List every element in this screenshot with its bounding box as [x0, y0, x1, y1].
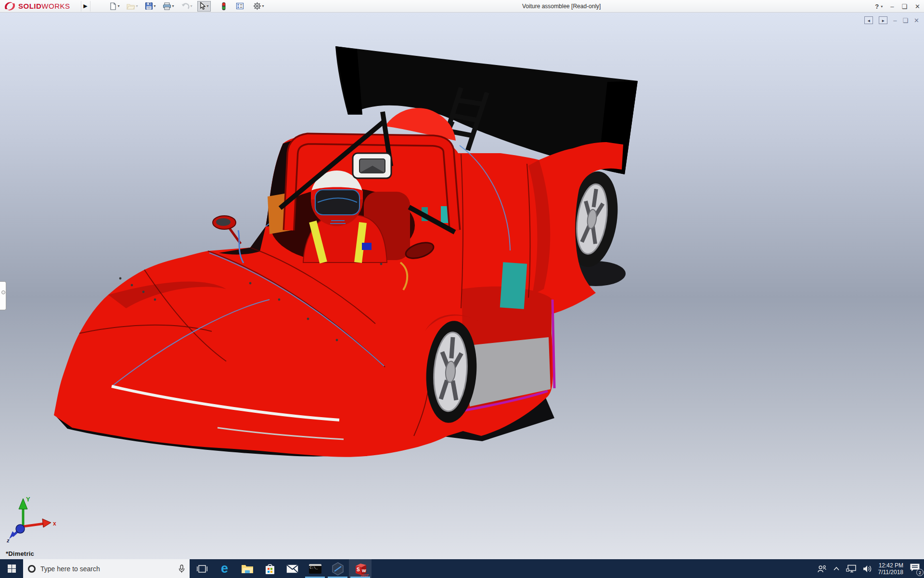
x-axis-label: x: [53, 520, 56, 527]
doc-restore-button[interactable]: ❏: [902, 17, 908, 24]
save-button[interactable]: ▾: [143, 1, 158, 12]
intake-box[interactable]: [353, 153, 391, 178]
y-axis-label: Y: [26, 496, 30, 503]
z-axis-label: z: [6, 538, 10, 543]
task-view-button[interactable]: [191, 559, 213, 578]
doc-close-button[interactable]: ✕: [914, 17, 919, 24]
graphics-area[interactable]: ◂ ▸ – ❏ ✕ Y x z *Dimetric: [0, 13, 924, 559]
minimize-button[interactable]: –: [890, 3, 894, 10]
action-center-button[interactable]: 2: [910, 563, 920, 574]
document-window-controls: ◂ ▸ – ❏ ✕: [864, 16, 919, 24]
start-button[interactable]: [0, 559, 23, 578]
task-view-icon: [197, 565, 207, 573]
save-floppy-icon: [145, 2, 153, 10]
edge-button[interactable]: e: [213, 559, 236, 578]
restore-button[interactable]: ❏: [901, 3, 907, 10]
doc-minimize-button[interactable]: –: [893, 17, 897, 24]
print-button[interactable]: ▾: [161, 1, 176, 12]
new-caret-icon[interactable]: ▾: [118, 4, 120, 8]
new-document-icon: [109, 2, 117, 10]
brand-text-solid: SOLID: [18, 2, 41, 10]
print-icon: [163, 2, 171, 10]
hexagon-app-icon: [332, 562, 344, 576]
store-icon: [265, 563, 275, 575]
mail-icon: [286, 565, 298, 573]
taskbar-search[interactable]: [23, 559, 190, 578]
svg-text:W: W: [362, 568, 366, 573]
store-button[interactable]: [258, 559, 281, 578]
help-caret-icon[interactable]: ▾: [881, 4, 883, 9]
hexagon-app-button[interactable]: [326, 559, 349, 578]
undo-button[interactable]: ▾: [179, 1, 194, 12]
cortana-icon[interactable]: [28, 565, 36, 573]
taskbar-clock[interactable]: 12:42 PM 7/11/2018: [878, 562, 904, 576]
orientation-triad[interactable]: Y x z: [3, 495, 61, 543]
help-button[interactable]: ?: [875, 3, 879, 10]
car-3d-model[interactable]: [0, 13, 924, 559]
people-icon[interactable]: [817, 565, 827, 573]
network-icon[interactable]: [846, 565, 857, 573]
menu-expand-arrow[interactable]: ▶: [81, 1, 90, 12]
select-button[interactable]: ▾: [197, 1, 211, 12]
notification-badge: 2: [916, 569, 924, 576]
clock-date: 7/11/2018: [878, 569, 904, 576]
sw-year-label: 2017: [361, 574, 369, 577]
feature-manager-collapsed-tab[interactable]: [0, 281, 6, 310]
view-orientation-label: *Dimetric: [6, 550, 34, 557]
save-caret-icon[interactable]: ▾: [154, 4, 156, 8]
print-caret-icon[interactable]: ▾: [172, 4, 174, 8]
file-explorer-icon: [241, 564, 254, 574]
side-mirror[interactable]: [213, 216, 241, 244]
mail-button[interactable]: [281, 559, 304, 578]
microphone-icon[interactable]: [179, 565, 185, 573]
hidden-icons-chevron[interactable]: [833, 566, 840, 571]
options-button[interactable]: ▾: [251, 1, 266, 12]
window-title: Voiture assomblee [Read-only]: [522, 0, 601, 13]
undo-arrow-icon: [181, 2, 190, 10]
close-button[interactable]: ✕: [915, 3, 920, 10]
select-cursor-icon: [199, 2, 206, 10]
windows-logo-icon: [8, 565, 16, 573]
rebuild-trafficlight-icon: [221, 2, 227, 11]
options-caret-icon[interactable]: ▾: [262, 4, 264, 8]
solidworks-logo-icon: [4, 1, 16, 11]
options-gear-icon: [253, 2, 261, 10]
command-prompt-button[interactable]: C:\_: [304, 559, 326, 578]
system-tray: 12:42 PM 7/11/2018 2: [817, 559, 924, 578]
select-caret-icon[interactable]: ▾: [207, 4, 209, 8]
brand-text-works: WORKS: [41, 2, 70, 10]
harness-buckle: [362, 243, 372, 250]
open-button[interactable]: ▾: [125, 1, 140, 12]
edge-icon: e: [221, 562, 228, 575]
svg-text:S: S: [357, 567, 360, 572]
teal-side-window: [500, 262, 527, 309]
volume-icon[interactable]: [863, 565, 872, 573]
new-document-button[interactable]: ▾: [107, 1, 122, 12]
command-prompt-icon: C:\_: [309, 564, 321, 574]
open-caret-icon[interactable]: ▾: [136, 4, 138, 8]
collapse-pane-button[interactable]: ◂: [864, 16, 873, 24]
rebuild-button[interactable]: [219, 1, 229, 12]
windows-taskbar: e C:: [0, 559, 924, 578]
file-properties-button[interactable]: [234, 1, 246, 12]
open-folder-icon: [127, 2, 135, 10]
solidworks-logo: SOLID WORKS: [0, 0, 70, 12]
titlebar: SOLID WORKS ▶ ▾ ▾ ▾: [0, 0, 924, 13]
search-input[interactable]: [40, 565, 174, 573]
solidworks-2017-icon: S W 2017: [353, 562, 368, 576]
expand-pane-button[interactable]: ▸: [879, 16, 887, 24]
cmd-prompt-text: C:\_: [309, 566, 321, 570]
taskbar-apps: e C:: [191, 559, 372, 578]
standard-toolbar: ▾ ▾ ▾ ▾: [106, 0, 268, 12]
clock-time: 12:42 PM: [878, 562, 904, 569]
file-properties-icon: [236, 2, 244, 10]
undo-caret-icon[interactable]: ▾: [191, 4, 192, 8]
solidworks-taskbar-button[interactable]: S W 2017: [349, 559, 372, 578]
file-explorer-button[interactable]: [236, 559, 258, 578]
